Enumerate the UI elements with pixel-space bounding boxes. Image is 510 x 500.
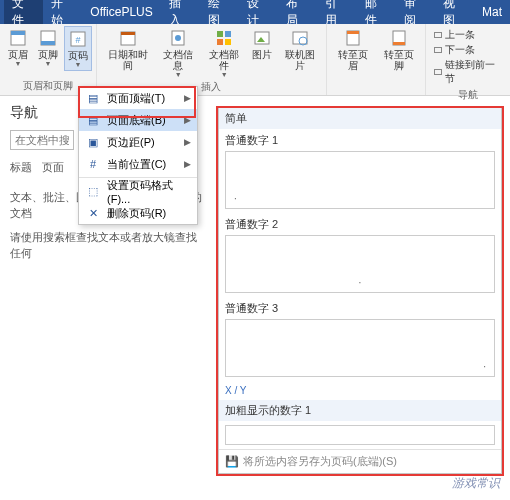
goto-footer-button[interactable]: 转至页脚	[377, 26, 421, 73]
watermark: 游戏常识	[452, 475, 500, 492]
page-number-gallery: 简单 普通数字 1 · 普通数字 2 · 普通数字 3 · X / Y 加粗显示…	[218, 108, 502, 474]
preview-1: ·	[225, 151, 495, 209]
submenu-arrow-icon: ▶	[184, 137, 191, 147]
gallery-xy-link[interactable]: X / Y	[219, 381, 501, 400]
chevron-down-icon: ▼	[75, 61, 82, 68]
svg-rect-10	[217, 31, 223, 37]
date-time-button[interactable]: 日期和时间	[101, 26, 154, 73]
menu-page-bottom[interactable]: ▤ 页面底端(B) ▶	[79, 109, 197, 131]
chevron-down-icon: ▼	[175, 71, 182, 78]
save-icon: 💾	[225, 455, 239, 468]
gallery-option-plain-1[interactable]: 普通数字 1 ·	[219, 129, 501, 213]
svg-rect-19	[347, 31, 359, 34]
nav-tab-heading[interactable]: 标题	[10, 160, 32, 175]
svg-rect-1	[11, 31, 25, 35]
svg-rect-21	[393, 42, 405, 45]
online-pic-button[interactable]: 联机图片	[278, 26, 322, 73]
tab-references[interactable]: 引用	[317, 0, 356, 24]
pictures-button[interactable]: 图片	[248, 26, 276, 62]
preview-3: ·	[225, 319, 495, 377]
format-icon: ⬚	[85, 183, 101, 199]
svg-point-9	[175, 35, 181, 41]
margins-icon: ▣	[85, 134, 101, 150]
nav-tab-page[interactable]: 页面	[42, 160, 64, 175]
tab-home[interactable]: 开始	[43, 0, 82, 24]
tab-mail[interactable]: 邮件	[357, 0, 396, 24]
tab-layout[interactable]: 布局	[278, 0, 317, 24]
page-number-menu: ▤ 页面顶端(T) ▶ ▤ 页面底端(B) ▶ ▣ 页边距(P) ▶ # 当前位…	[78, 86, 198, 225]
group-goto: 转至页眉 转至页脚	[327, 24, 426, 95]
svg-rect-12	[217, 39, 223, 45]
menu-remove[interactable]: ✕ 删除页码(R)	[79, 202, 197, 224]
svg-rect-7	[121, 32, 135, 35]
prev-icon	[434, 32, 442, 38]
group-label: 插入	[201, 80, 221, 94]
pictures-icon	[252, 28, 272, 48]
nav-next[interactable]: 下一条	[434, 43, 502, 57]
gallery-option-bold-1[interactable]	[219, 421, 501, 449]
svg-rect-3	[41, 41, 55, 45]
gallery-category-bold: 加粗显示的数字 1	[219, 400, 501, 421]
goto-header-button[interactable]: 转至页眉	[331, 26, 375, 73]
menu-page-top[interactable]: ▤ 页面顶端(T) ▶	[79, 87, 197, 109]
tab-file[interactable]: 文件	[4, 0, 43, 24]
next-icon	[434, 47, 442, 53]
gallery-category-simple: 简单	[219, 108, 501, 129]
group-label: 页眉和页脚	[23, 79, 73, 93]
menu-page-margins[interactable]: ▣ 页边距(P) ▶	[79, 131, 197, 153]
current-pos-icon: #	[85, 156, 101, 172]
svg-rect-14	[255, 32, 269, 44]
remove-icon: ✕	[85, 205, 101, 221]
nav-desc-2: 请使用搜索框查找文本或者放大镜查找任何	[10, 229, 206, 261]
footer-button[interactable]: 页脚 ▼	[34, 26, 62, 69]
submenu-arrow-icon: ▶	[184, 115, 191, 125]
tab-design[interactable]: 设计	[239, 0, 278, 24]
goto-footer-icon	[389, 28, 409, 48]
page-number-icon: #	[68, 29, 88, 49]
submenu-arrow-icon: ▶	[184, 93, 191, 103]
preview-bold	[225, 425, 495, 445]
header-button[interactable]: 页眉 ▼	[4, 26, 32, 69]
tab-review[interactable]: 审阅	[396, 0, 435, 24]
tab-view[interactable]: 视图	[435, 0, 474, 24]
group-header-footer: 页眉 ▼ 页脚 ▼ # 页码 ▼ 页眉和页脚	[0, 24, 97, 95]
doc-info-button[interactable]: 文档信息 ▼	[156, 26, 200, 80]
main-tabs: 文件 开始 OfficePLUS 插入 绘图 设计 布局 引用 邮件 审阅 视图…	[0, 0, 510, 24]
nav-prev[interactable]: 上一条	[434, 28, 502, 42]
date-icon	[118, 28, 138, 48]
goto-header-icon	[343, 28, 363, 48]
tab-officeplus[interactable]: OfficePLUS	[82, 0, 160, 24]
doc-info-icon	[168, 28, 188, 48]
doc-parts-button[interactable]: 文档部件 ▼	[202, 26, 246, 80]
link-icon	[434, 69, 442, 75]
gallery-option-plain-3[interactable]: 普通数字 3 ·	[219, 297, 501, 381]
page-bottom-icon: ▤	[85, 112, 101, 128]
svg-rect-13	[225, 39, 231, 45]
header-icon	[8, 28, 28, 48]
menu-current-pos[interactable]: # 当前位置(C) ▶	[79, 153, 197, 175]
chevron-down-icon: ▼	[15, 60, 22, 67]
footer-icon	[38, 28, 58, 48]
menu-format[interactable]: ⬚ 设置页码格式(F)...	[79, 180, 197, 202]
nav-link[interactable]: 链接到前一节	[434, 58, 502, 86]
group-label: 导航	[458, 88, 478, 102]
page-number-button[interactable]: # 页码 ▼	[64, 26, 92, 71]
chevron-down-icon: ▼	[221, 71, 228, 78]
submenu-arrow-icon: ▶	[184, 159, 191, 169]
gallery-save-selection[interactable]: 💾 将所选内容另存为页码(底端)(S)	[219, 449, 501, 473]
ribbon: 页眉 ▼ 页脚 ▼ # 页码 ▼ 页眉和页脚 日期和时间 文档信	[0, 24, 510, 96]
online-pic-icon	[290, 28, 310, 48]
svg-text:#: #	[75, 35, 80, 45]
chevron-down-icon: ▼	[45, 60, 52, 67]
group-insert: 日期和时间 文档信息 ▼ 文档部件 ▼ 图片 联机图片 插入	[97, 24, 327, 95]
preview-2: ·	[225, 235, 495, 293]
page-top-icon: ▤	[85, 90, 101, 106]
tab-insert[interactable]: 插入	[161, 0, 200, 24]
tab-draw[interactable]: 绘图	[200, 0, 239, 24]
group-nav: 上一条 下一条 链接到前一节 导航	[426, 24, 510, 95]
tab-mat[interactable]: Mat	[474, 0, 510, 24]
gallery-option-plain-2[interactable]: 普通数字 2 ·	[219, 213, 501, 297]
svg-rect-11	[225, 31, 231, 37]
search-input[interactable]	[10, 130, 74, 150]
doc-parts-icon	[214, 28, 234, 48]
